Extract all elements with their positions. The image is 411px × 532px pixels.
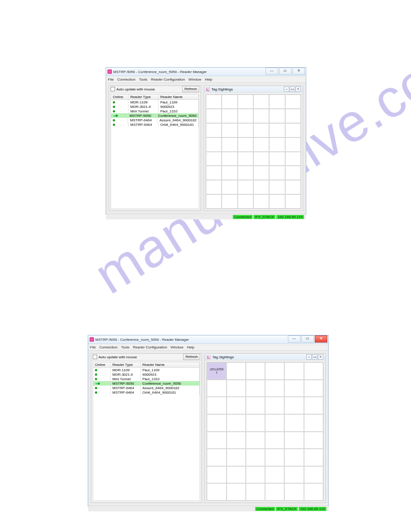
table-row[interactable]: MSTRP-6464Assure_6464_9000182: [93, 386, 200, 390]
grid-cell[interactable]: [284, 449, 304, 466]
table-row[interactable]: MSTRP-6464Assure_6464_9000182: [111, 118, 199, 122]
panel-minimize[interactable]: –: [284, 86, 289, 92]
grid-cell[interactable]: [222, 152, 237, 166]
col-online[interactable]: Online: [93, 362, 111, 367]
grid-cell[interactable]: [246, 380, 265, 397]
grid-cell[interactable]: [265, 414, 284, 432]
grid-cell[interactable]: [207, 483, 226, 501]
grid-cell[interactable]: [265, 449, 284, 466]
table-row[interactable]: MSTRP-6464Orbit_6464_9000181: [111, 122, 199, 127]
grid-cell[interactable]: [304, 362, 323, 380]
grid-cell[interactable]: [246, 483, 265, 501]
grid-cell[interactable]: [265, 483, 284, 501]
col-reader-type[interactable]: Reader Type: [128, 94, 158, 99]
col-reader-type[interactable]: Reader Type: [111, 362, 141, 367]
table-row[interactable]: Mini TunnelPaul_1310: [111, 109, 199, 113]
grid-cell[interactable]: [269, 180, 285, 194]
grid-cell[interactable]: [269, 166, 285, 180]
grid-cell[interactable]: [222, 94, 237, 109]
menu-connection[interactable]: Connection: [99, 345, 117, 349]
grid-cell[interactable]: [269, 109, 285, 123]
grid-cell[interactable]: [207, 397, 226, 414]
grid-cell[interactable]: [253, 123, 269, 137]
grid-cell[interactable]: [238, 180, 253, 194]
grid-cell[interactable]: [265, 380, 284, 397]
grid-cell[interactable]: [284, 397, 304, 414]
auto-update-checkbox[interactable]: Auto update with mouse: [111, 87, 155, 91]
grid-cell[interactable]: [304, 449, 323, 466]
grid-cell[interactable]: [207, 414, 226, 432]
menu-window[interactable]: Window: [171, 345, 183, 349]
grid-cell[interactable]: [265, 397, 284, 414]
grid-cell[interactable]: [285, 180, 301, 194]
grid-cell[interactable]: [253, 180, 269, 194]
grid-cell[interactable]: [238, 123, 253, 137]
table-row[interactable]: ➔MSTRP-5050Conference_room_5050: [93, 381, 200, 386]
grid-cell[interactable]: [253, 152, 269, 166]
grid-cell[interactable]: [206, 152, 222, 166]
grid-cell[interactable]: [284, 466, 304, 484]
grid-cell[interactable]: [265, 362, 284, 380]
grid-cell[interactable]: [246, 432, 265, 449]
grid-cell[interactable]: [227, 449, 246, 466]
minimize-button[interactable]: —: [288, 335, 300, 343]
table-row[interactable]: MDR-1109Paul_1109: [111, 100, 199, 104]
close-button[interactable]: ✕: [315, 335, 327, 343]
refresh-button[interactable]: Refresh: [183, 354, 200, 360]
grid-cell[interactable]: [238, 166, 253, 180]
grid-cell[interactable]: [238, 109, 253, 123]
grid-cell[interactable]: [304, 397, 323, 414]
refresh-button[interactable]: Refresh: [182, 86, 199, 92]
grid-cell[interactable]: [238, 194, 253, 209]
grid-cell[interactable]: [227, 362, 246, 380]
menu-file[interactable]: File: [108, 77, 114, 82]
grid-cell[interactable]: [269, 152, 285, 166]
grid-cell[interactable]: [227, 414, 246, 432]
menu-tools[interactable]: Tools: [139, 77, 147, 82]
table-row[interactable]: Mini TunnelPaul_1310: [93, 377, 200, 381]
menu-reader-configuration[interactable]: Reader Configuration: [133, 345, 167, 349]
grid-cell[interactable]: [246, 362, 265, 380]
titlebar[interactable]: MSTRP-5050 - Conference_room_5050 - Read…: [106, 68, 306, 76]
grid-cell[interactable]: [269, 194, 285, 209]
grid-cell[interactable]: [246, 449, 265, 466]
menu-reader-configuration[interactable]: Reader Configuration: [151, 77, 185, 82]
maximize-button[interactable]: ▭: [279, 68, 291, 75]
grid-cell[interactable]: [269, 94, 285, 109]
grid-cell[interactable]: [222, 109, 237, 123]
grid-cell[interactable]: [238, 137, 253, 152]
grid-cell[interactable]: [227, 483, 246, 501]
titlebar[interactable]: MSTRP-5050 - Conference_room_5050 - Read…: [88, 335, 328, 344]
tag-grid[interactable]: c01c42501: [206, 362, 324, 501]
grid-cell[interactable]: [269, 123, 285, 137]
minimize-button[interactable]: —: [265, 68, 278, 75]
grid-cell[interactable]: [253, 166, 269, 180]
grid-cell[interactable]: [222, 180, 237, 194]
panel-maximize[interactable]: ▭: [290, 86, 295, 92]
grid-cell[interactable]: [285, 166, 301, 180]
grid-cell[interactable]: [265, 466, 284, 484]
grid-cell[interactable]: [253, 94, 269, 109]
menu-help[interactable]: Help: [205, 77, 212, 82]
grid-cell[interactable]: [284, 483, 304, 501]
table-row[interactable]: MSTRP-6464Orbit_6464_9000181: [93, 390, 200, 395]
grid-cell[interactable]: [284, 432, 304, 449]
grid-cell[interactable]: [222, 123, 237, 137]
grid-cell[interactable]: [227, 466, 246, 484]
panel-close[interactable]: ×: [295, 86, 301, 92]
grid-cell[interactable]: [222, 166, 237, 180]
grid-cell[interactable]: [269, 137, 285, 152]
grid-cell[interactable]: [206, 137, 222, 152]
grid-cell[interactable]: [227, 432, 246, 449]
menu-window[interactable]: Window: [188, 77, 201, 82]
grid-cell[interactable]: [222, 137, 237, 152]
grid-cell[interactable]: [206, 123, 222, 137]
table-row[interactable]: ➔MSTRP-5050Conference_room_5050: [111, 113, 199, 118]
grid-cell[interactable]: [207, 466, 226, 484]
table-row[interactable]: MDR-3021-II9000923: [93, 372, 200, 377]
close-button[interactable]: ✕: [292, 68, 305, 75]
grid-cell[interactable]: [285, 194, 301, 209]
grid-cell[interactable]: [253, 137, 269, 152]
grid-cell[interactable]: [285, 137, 301, 152]
panel-close[interactable]: ×: [318, 354, 323, 360]
